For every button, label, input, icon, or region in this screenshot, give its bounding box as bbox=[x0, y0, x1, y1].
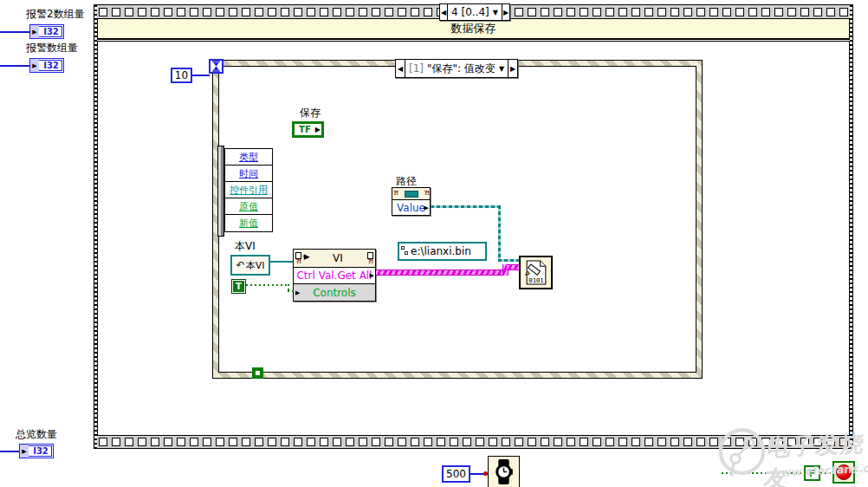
wire-path-value[interactable] bbox=[431, 205, 501, 208]
wait-ms-function[interactable] bbox=[488, 456, 520, 487]
i32-terminal-overview[interactable]: ▶ I32 bbox=[19, 444, 54, 458]
event-data-item-oldval[interactable]: 原值 bbox=[225, 198, 272, 215]
dropdown-arrow-icon[interactable]: ▼ bbox=[499, 65, 504, 73]
path-property-node[interactable]: ?! ?! Value ▶ bbox=[392, 187, 431, 216]
wire-i32-alarm2[interactable] bbox=[0, 31, 29, 33]
indicator-arrow-icon: ▶ bbox=[30, 59, 39, 72]
terminal-datatype: I32 bbox=[29, 446, 53, 456]
invoke-arrow-icon: ··▶ bbox=[302, 252, 308, 261]
loop-stop-terminal[interactable] bbox=[832, 461, 855, 484]
tf-datatype: TF bbox=[295, 125, 315, 134]
invoke-node-ctrl-val-get-all[interactable]: ?! ··▶ VI ?! Ctrl Val.Get All ▶ ▶ Contro… bbox=[293, 249, 376, 302]
event-data-node[interactable]: 类型 时间 控件引用 原值 新值 bbox=[224, 148, 273, 232]
event-case-label: "保存": 值改变 bbox=[427, 62, 496, 76]
wire-true-to-controls[interactable] bbox=[288, 290, 295, 292]
sequence-border-right bbox=[850, 5, 852, 448]
boolean-tunnel[interactable] bbox=[252, 367, 263, 379]
wire-stop-condition[interactable] bbox=[820, 472, 833, 474]
wire-i32-alarm[interactable] bbox=[0, 65, 29, 67]
path-datatype-bar bbox=[405, 191, 418, 198]
path-property-node-label: 路径 bbox=[396, 175, 417, 187]
invoke-node-class: VI bbox=[333, 252, 343, 264]
indicator-arrow-icon: ▶ bbox=[20, 445, 29, 458]
path-constant[interactable]: e:\lianxi.bin bbox=[398, 242, 487, 261]
save-terminal-label: 保存 bbox=[300, 107, 321, 119]
wire-timeout[interactable] bbox=[192, 75, 210, 76]
stop-sign-icon bbox=[836, 464, 852, 480]
event-data-item-newval[interactable]: 新值 bbox=[225, 215, 272, 231]
svg-text:0101: 0101 bbox=[528, 276, 543, 284]
event-timeout-terminal[interactable] bbox=[209, 59, 223, 74]
input-arrow-icon: ▶ bbox=[295, 289, 300, 296]
terminal-datatype: I32 bbox=[39, 61, 63, 70]
terminal-label-overview-count: 总览数量 bbox=[16, 428, 57, 440]
save-boolean-terminal[interactable]: TF ▶ bbox=[292, 121, 324, 138]
event-case-selector[interactable]: ◀ [1] "保存": 值改变 ▼ ▶ bbox=[395, 59, 518, 78]
timeout-constant[interactable]: 10 bbox=[171, 68, 192, 83]
invoke-node-header: ?! ··▶ VI ?! bbox=[294, 250, 375, 268]
event-data-node-handle[interactable] bbox=[217, 146, 224, 237]
refnum-glyph: ?! bbox=[368, 259, 372, 265]
event-data-item-ctlref[interactable]: 控件引用 bbox=[225, 182, 272, 198]
wire-vi-reference[interactable] bbox=[270, 261, 293, 263]
vi-ref-value: 本VI bbox=[246, 259, 265, 272]
write-binary-file-function[interactable]: 0101 bbox=[519, 256, 553, 289]
wire-i32-overview[interactable] bbox=[0, 451, 19, 452]
event-case-index: [1] bbox=[409, 62, 424, 75]
previous-frame-arrow-icon[interactable]: ◀ bbox=[440, 4, 448, 20]
terminal-datatype: I32 bbox=[39, 27, 63, 36]
invoke-node-method[interactable]: Ctrl Val.Get All ▶ bbox=[294, 268, 375, 284]
write-file-icon: 0101 bbox=[522, 259, 549, 286]
wristwatch-icon bbox=[491, 458, 516, 485]
event-data-item-time[interactable]: 时间 bbox=[225, 166, 272, 182]
path-type-icon bbox=[401, 246, 409, 256]
labview-block-diagram: 报警2数组量 ▶ I32 报警数组量 ▶ I32 总览数量 ▶ I32 数据保存… bbox=[0, 0, 868, 487]
previous-case-arrow-icon[interactable]: ◀ bbox=[396, 60, 405, 77]
this-vi-reference-constant[interactable]: ↶ 本VI bbox=[230, 255, 270, 276]
wire-stop-condition[interactable] bbox=[722, 472, 804, 474]
wire-true-to-controls[interactable] bbox=[246, 284, 288, 286]
output-arrow-icon: ▶ bbox=[315, 126, 321, 133]
next-frame-arrow-icon[interactable]: ▶ bbox=[502, 4, 509, 20]
output-arrow-icon: ▶ bbox=[424, 205, 429, 211]
hourglass-icon bbox=[211, 61, 221, 72]
event-structure-content bbox=[218, 66, 696, 373]
wire-controls-data[interactable] bbox=[376, 269, 506, 276]
next-case-arrow-icon[interactable]: ▶ bbox=[508, 60, 517, 77]
invoke-node-parameter-controls[interactable]: ▶ Controls bbox=[294, 284, 375, 301]
dropdown-arrow-icon[interactable]: ▼ bbox=[493, 9, 498, 16]
sequence-frame-title: 数据保存 bbox=[97, 19, 850, 40]
event-structure[interactable] bbox=[212, 60, 703, 379]
wire-path-value[interactable] bbox=[498, 205, 501, 262]
terminal-label-alarm2-array-count: 报警2数组量 bbox=[26, 8, 85, 20]
property-value[interactable]: Value ▶ bbox=[392, 200, 430, 215]
indicator-arrow-icon: ▶ bbox=[30, 25, 39, 38]
event-data-item-type[interactable]: 类型 bbox=[225, 149, 272, 166]
vi-ref-curl-icon: ↶ bbox=[236, 261, 245, 269]
sequence-selector-label: 4 [0..4] bbox=[451, 6, 489, 18]
sequence-frame-selector[interactable]: ◀ 4 [0..4] ▼ ▶ bbox=[439, 3, 510, 21]
boolean-true-constant[interactable]: T bbox=[231, 279, 246, 294]
path-constant-value: e:\lianxi.bin bbox=[411, 245, 471, 257]
refnum-glyph: ?! bbox=[393, 191, 398, 197]
output-arrow-icon: ▶ bbox=[370, 272, 374, 279]
boolean-false-constant[interactable]: F bbox=[804, 465, 820, 481]
wait-ms-constant[interactable]: 500 bbox=[442, 465, 470, 483]
property-node-header: ?! ?! bbox=[392, 188, 430, 200]
refnum-glyph: ?! bbox=[296, 259, 301, 265]
terminal-label-alarm-array-count: 报警数组量 bbox=[26, 42, 78, 54]
vi-ref-label: 本VI bbox=[235, 240, 256, 252]
i32-terminal-alarm[interactable]: ▶ I32 bbox=[29, 58, 64, 73]
wire-path-value[interactable] bbox=[498, 259, 521, 262]
i32-terminal-alarm2[interactable]: ▶ I32 bbox=[29, 24, 64, 39]
sequence-border-bottom bbox=[94, 435, 852, 448]
refnum-glyph: ?! bbox=[424, 191, 429, 197]
